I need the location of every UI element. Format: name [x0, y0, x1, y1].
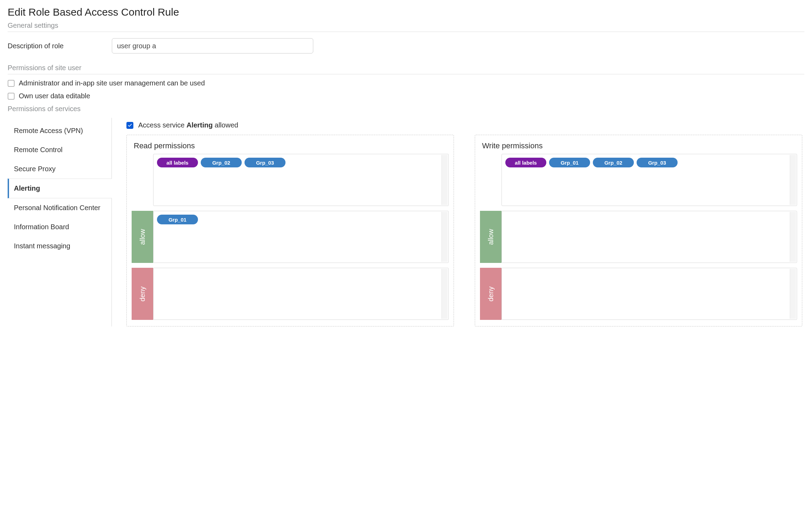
- read-deny-ribbon: deny: [132, 268, 153, 320]
- write-available-pill-grp-01[interactable]: Grp_01: [549, 158, 590, 167]
- write-allow-zone[interactable]: [502, 211, 797, 263]
- read-allow-zone[interactable]: Grp_01: [153, 211, 449, 263]
- page-title: Edit Role Based Access Control Rule: [8, 6, 804, 18]
- write-allow-ribbon: allow: [480, 211, 502, 263]
- service-nav-item-alerting[interactable]: Alerting: [8, 179, 112, 198]
- read-available-pill-all-labels[interactable]: all labels: [157, 158, 198, 167]
- write-available-zone[interactable]: all labelsGrp_01Grp_02Grp_03: [502, 154, 797, 206]
- service-nav-item-secure-proxy[interactable]: Secure Proxy: [8, 159, 111, 179]
- site-user-perm-checkbox-0[interactable]: [8, 80, 15, 87]
- service-nav: Remote Access (VPN)Remote ControlSecure …: [8, 118, 112, 326]
- service-nav-item-instant-messaging[interactable]: Instant messaging: [8, 237, 111, 256]
- write-permissions-title: Write permissions: [482, 141, 797, 150]
- site-user-perm-label-0: Administrator and in-app site user manag…: [19, 79, 205, 87]
- read-available-pill-grp-03[interactable]: Grp_03: [245, 158, 285, 167]
- site-user-perm-checkbox-1[interactable]: [8, 93, 15, 100]
- section-general-settings: General settings: [8, 22, 804, 32]
- read-available-zone[interactable]: all labelsGrp_02Grp_03: [153, 154, 449, 206]
- service-nav-item-information-board[interactable]: Information Board: [8, 217, 111, 237]
- read-allow-ribbon: allow: [132, 211, 153, 263]
- scrollbar[interactable]: [441, 212, 448, 262]
- scrollbar[interactable]: [441, 269, 448, 319]
- service-nav-item-remote-access-vpn-[interactable]: Remote Access (VPN): [8, 121, 111, 140]
- scrollbar[interactable]: [790, 212, 796, 262]
- section-services-perms: Permissions of services: [8, 105, 804, 115]
- access-service-checkbox[interactable]: [126, 122, 133, 129]
- read-deny-zone[interactable]: [153, 268, 449, 320]
- site-user-perm-label-1: Own user data editable: [19, 92, 90, 100]
- read-allow-pill-grp-01[interactable]: Grp_01: [157, 215, 198, 224]
- write-available-pill-grp-02[interactable]: Grp_02: [593, 158, 634, 167]
- write-available-pill-grp-03[interactable]: Grp_03: [637, 158, 678, 167]
- service-nav-item-remote-control[interactable]: Remote Control: [8, 140, 111, 159]
- read-available-pill-grp-02[interactable]: Grp_02: [201, 158, 242, 167]
- write-available-pill-all-labels[interactable]: all labels: [505, 158, 546, 167]
- service-nav-item-personal-notification-center[interactable]: Personal Notification Center: [8, 198, 111, 217]
- read-permissions-title: Read permissions: [134, 141, 449, 150]
- section-site-user-perms: Permissions of site user: [8, 64, 804, 74]
- write-permissions-panel: Write permissions all labelsGrp_01Grp_02…: [475, 135, 802, 326]
- scrollbar[interactable]: [441, 155, 448, 205]
- write-deny-ribbon: deny: [480, 268, 502, 320]
- read-permissions-panel: Read permissions all labelsGrp_02Grp_03 …: [126, 135, 454, 326]
- access-service-label: Access service Alerting allowed: [138, 121, 238, 129]
- write-deny-zone[interactable]: [502, 268, 797, 320]
- description-label: Description of role: [8, 42, 112, 50]
- description-input[interactable]: [112, 38, 313, 53]
- scrollbar[interactable]: [790, 269, 796, 319]
- scrollbar[interactable]: [790, 155, 796, 205]
